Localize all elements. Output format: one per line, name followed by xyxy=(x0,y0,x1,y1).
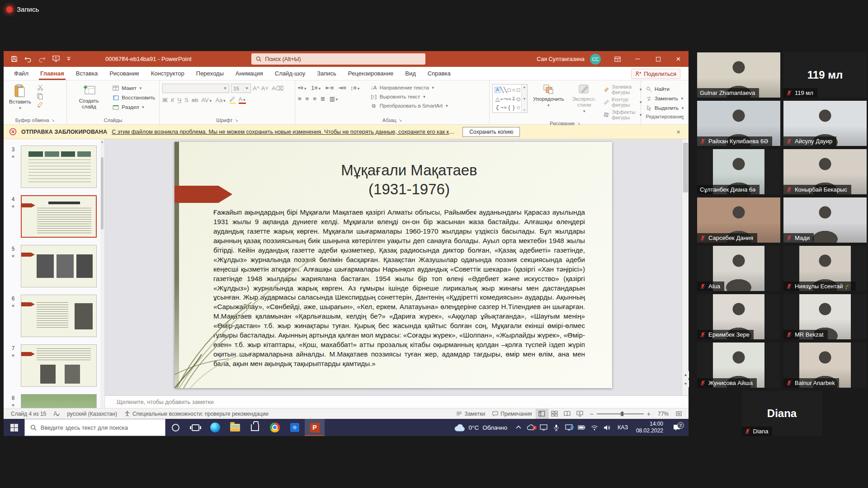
shape-icon[interactable]: ≈ xyxy=(504,105,507,110)
taskbar-clock[interactable]: 14:00 08.02.2022 xyxy=(632,421,667,434)
save-copy-button[interactable]: Сохранить копию xyxy=(462,127,520,137)
underline-button[interactable]: Ч xyxy=(177,97,181,103)
account-name[interactable]: Сая Султангазина xyxy=(537,56,585,62)
grow-shrink-font[interactable]: А^ А˅ А⌫ xyxy=(253,85,284,92)
accessibility-indicator[interactable]: Специальные возможности: проверьте реком… xyxy=(121,411,272,417)
onedrive-error-icon[interactable]: × xyxy=(525,424,537,431)
zoom-in-button[interactable]: + xyxy=(647,410,651,418)
participant-tile[interactable]: Gulnar Zhamantaeva xyxy=(697,52,780,98)
network-icon[interactable] xyxy=(589,425,600,431)
minimize-button[interactable] xyxy=(627,51,648,67)
slide-number-indicator[interactable]: Слайд 4 из 15 xyxy=(7,411,50,417)
battery-icon[interactable] xyxy=(576,425,588,430)
slide-thumbnail[interactable]: 3★ xyxy=(8,145,104,188)
shape-icon[interactable]: ~ xyxy=(500,105,504,110)
participant-tile[interactable]: Balnur Anarbek xyxy=(783,343,867,388)
reading-view-button[interactable] xyxy=(561,409,574,419)
shapes-gallery[interactable]: А╲╲□○□△⌐¬⇨⇩◇ζ~≈{}☆▲▼≡ xyxy=(492,84,528,113)
shape-icon[interactable]: } xyxy=(513,105,514,110)
slide-thumbnail[interactable]: 5★ xyxy=(8,245,104,287)
align-text-button[interactable]: [↕] Выровнять текст▼ xyxy=(369,93,449,101)
next-slide-icon[interactable]: ▼ xyxy=(682,380,689,387)
cut-icon[interactable] xyxy=(37,84,44,91)
participant-tile[interactable]: Сарсебек Дания xyxy=(697,197,780,243)
format-painter-icon[interactable] xyxy=(37,101,44,108)
participant-tile[interactable]: 119 мл119 мл xyxy=(783,52,867,98)
shape-icon[interactable]: ⇨ xyxy=(507,96,511,102)
notes-toggle[interactable]: Заметки xyxy=(453,411,489,417)
numbering-button[interactable]: 1≡▼ xyxy=(311,84,321,91)
shape-icon[interactable]: □ xyxy=(508,87,511,93)
slide-sorter-view-button[interactable] xyxy=(548,409,561,419)
dialog-launcher-icon[interactable]: ↘ xyxy=(577,121,580,126)
participant-tile[interactable]: Alua xyxy=(697,246,780,291)
slide-thumbnail[interactable]: 4★ xyxy=(8,195,104,238)
participant-tile[interactable]: Райхан Кулибаева 6Ә xyxy=(697,101,780,146)
increase-indent-button[interactable]: ⇥≡ xyxy=(338,84,346,91)
font-name-combobox[interactable]: ▼ xyxy=(162,84,229,93)
zoom-slider[interactable] xyxy=(597,413,644,414)
undo-icon[interactable] xyxy=(24,56,32,62)
search-input[interactable] xyxy=(265,56,421,62)
thumbnail-preview[interactable] xyxy=(21,295,97,337)
thumbnail-preview[interactable] xyxy=(21,344,97,387)
store-icon[interactable] xyxy=(245,419,265,436)
comments-toggle[interactable]: Примечания xyxy=(489,411,535,417)
shadow-button[interactable]: S xyxy=(184,97,189,103)
font-size-combobox[interactable]: 15▼ xyxy=(231,84,251,93)
align-left-button[interactable]: ≡ xyxy=(298,95,302,102)
quick-styles-button[interactable]: Экспресс-стили▼ xyxy=(569,82,599,121)
columns-button[interactable]: ▥▼ xyxy=(330,95,339,102)
thumbnail-preview[interactable] xyxy=(21,394,97,408)
shape-icon[interactable]: ◇ xyxy=(516,96,520,102)
participant-tile[interactable]: Жунисова Айша xyxy=(697,343,780,388)
powerpoint-icon[interactable] xyxy=(305,419,325,436)
taskbar-search-input[interactable] xyxy=(41,424,160,431)
ribbon-display-options-icon[interactable] xyxy=(607,51,627,67)
dialog-launcher-icon[interactable]: ↘ xyxy=(399,118,402,122)
smartart-button[interactable]: ⧉ Преобразовать в SmartArt▼ xyxy=(369,102,449,110)
ribbon-tab[interactable]: Запись xyxy=(311,67,342,80)
close-button[interactable]: × xyxy=(668,51,689,67)
action-center-button[interactable]: 7 xyxy=(668,424,686,431)
layout-button[interactable]: Макет▼ xyxy=(111,84,156,92)
shape-icon[interactable]: ⌐ xyxy=(500,96,504,102)
ribbon-tab[interactable]: Вставка xyxy=(70,67,104,80)
ribbon-tab[interactable]: Рисование xyxy=(104,67,145,80)
scroll-up-icon[interactable]: ▲ xyxy=(100,140,104,143)
previous-slide-icon[interactable]: ▲ xyxy=(682,371,689,378)
ribbon-tab[interactable]: Переходы xyxy=(190,67,230,80)
italic-button[interactable]: К xyxy=(171,97,175,103)
collapse-ribbon-icon[interactable]: ⌃ xyxy=(681,117,685,122)
office-search-box[interactable] xyxy=(251,53,425,65)
participant-tile[interactable]: Мади xyxy=(783,197,867,243)
edge-icon[interactable] xyxy=(205,419,225,436)
ribbon-tab[interactable]: Вид xyxy=(399,67,422,80)
ribbon-tab[interactable]: Слайд-шоу xyxy=(269,67,311,80)
display-icon[interactable] xyxy=(538,424,550,431)
scrollbar-thumb[interactable] xyxy=(683,143,688,192)
slide-title[interactable]: Мұқағали Мақатаев (1931-1976) xyxy=(233,161,585,199)
thumbnail-scrollbar[interactable]: ▲ xyxy=(100,139,104,408)
slide-canvas[interactable]: Мұқағали Мақатаев (1931-1976) Ғажайып ақ… xyxy=(175,142,612,388)
shape-icon[interactable]: ζ xyxy=(496,105,499,110)
zoom-out-button[interactable]: − xyxy=(590,410,594,418)
customize-qat-icon[interactable] xyxy=(66,57,71,61)
align-center-button[interactable]: ≡ xyxy=(306,95,309,102)
photos-icon[interactable] xyxy=(285,419,305,436)
participant-tile[interactable]: Конырбай Бекарыс xyxy=(783,149,867,194)
participant-tile[interactable]: Ниязұлы Есентай 🎓 xyxy=(783,246,867,291)
notes-pane[interactable]: Щелкните, чтобы добавить заметки xyxy=(105,395,689,408)
participant-tile[interactable]: Айсулу Дауир xyxy=(783,101,867,146)
arrange-button[interactable]: Упорядочить▼ xyxy=(530,82,566,121)
warning-message-link[interactable]: С этим файлом возникла проблема. Мы не м… xyxy=(112,129,455,135)
dialog-launcher-icon[interactable]: ↘ xyxy=(52,118,55,122)
line-spacing-button[interactable]: ↕≡▼ xyxy=(350,84,360,91)
section-button[interactable]: Раздел▼ xyxy=(111,103,156,111)
shape-outline-button[interactable]: Контур фигуры▼ xyxy=(603,96,643,108)
slide-thumbnail[interactable]: 8★ xyxy=(8,394,104,408)
start-slideshow-icon[interactable] xyxy=(52,56,60,62)
save-icon[interactable] xyxy=(11,56,18,62)
font-color-button[interactable]: А▼ xyxy=(239,96,246,104)
share-button[interactable]: Поделиться xyxy=(631,69,680,79)
